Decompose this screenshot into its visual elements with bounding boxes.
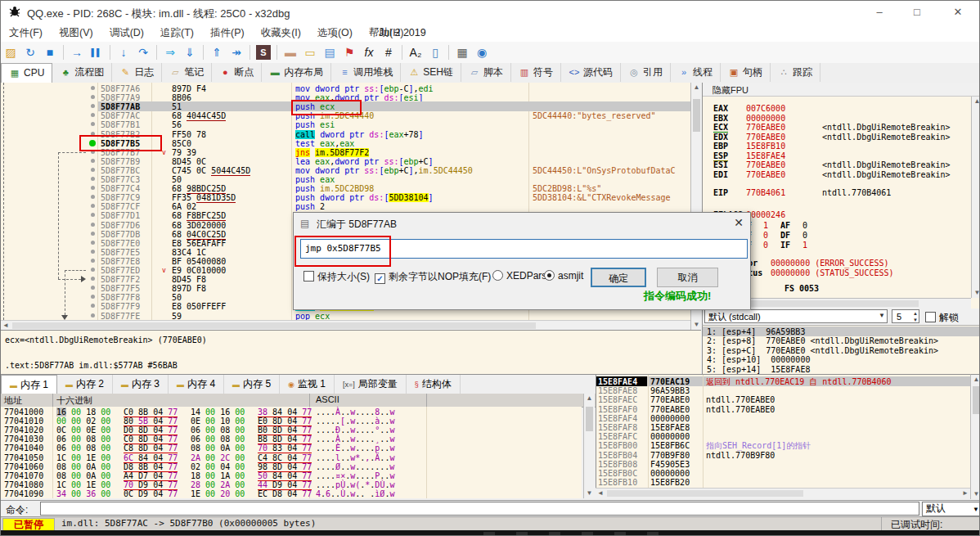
menu-收藏夹I[interactable]: 收藏夹(I)	[253, 24, 309, 43]
disasm-bytes[interactable]: 83C4 1C	[172, 248, 206, 257]
dump-hex-group[interactable]: EC D8 04 77	[258, 489, 312, 498]
menu-插件P[interactable]: 插件(P)	[202, 24, 253, 43]
tab-结构体[interactable]: §结构体	[407, 375, 461, 394]
instruction-dot[interactable]	[91, 268, 95, 272]
register-name[interactable]: EDI	[713, 170, 728, 179]
disasm-address[interactable]: 5D8F77F9	[101, 302, 140, 311]
disasm-instruction[interactable]: test eax,eax	[295, 139, 354, 148]
label-icon[interactable]: ▤	[321, 43, 339, 61]
modules-icon[interactable]: ▯	[426, 43, 444, 61]
instruction-dot[interactable]	[91, 313, 95, 318]
memory-vscrollbar[interactable]: ▲ ▼	[583, 394, 595, 498]
step-over-icon[interactable]: ↷	[134, 43, 152, 61]
disasm-address[interactable]: 5D8F77C4	[101, 184, 140, 193]
disasm-address[interactable]: 5D8F77ED	[101, 266, 140, 275]
col-ascii[interactable]: ASCII	[316, 394, 339, 404]
disasm-bytes[interactable]: E9 0C010000	[172, 266, 226, 275]
dump-hex-group[interactable]: 1C 00 1E 00	[56, 453, 110, 462]
dump-address[interactable]: 77041080	[4, 480, 43, 489]
scylla-icon[interactable]: S	[256, 45, 271, 60]
run-icon[interactable]: →	[68, 43, 86, 61]
flag-value[interactable]: 1	[802, 241, 807, 250]
disasm-bytes[interactable]: 51	[172, 102, 182, 111]
command-input[interactable]	[40, 502, 919, 516]
instruction-dot[interactable]	[91, 113, 95, 117]
argument-row[interactable]: 3: [esp+C] 770EABE0 <ntdll.DbgUiRemoteBr…	[707, 346, 938, 355]
register-value[interactable]: 770EABE0	[746, 123, 785, 132]
tab-内存 4[interactable]: ▬内存 4	[169, 375, 224, 394]
disasm-bytes[interactable]: 8D45 0C	[172, 157, 206, 166]
unlock-checkbox[interactable]	[925, 312, 936, 322]
disasm-bytes[interactable]: 56	[172, 120, 182, 129]
argument-row[interactable]: 5: [esp+14] 15E8FAE8	[707, 365, 810, 374]
disasm-instruction[interactable]: pop ecx	[295, 312, 330, 321]
disasm-address[interactable]: 5D8F77DB	[101, 230, 140, 239]
tab-SEH链[interactable]: ⚠SEH链	[401, 63, 461, 82]
dump-hex-group[interactable]: 08 00 0A 00	[56, 471, 110, 480]
register-name[interactable]: ESP	[713, 151, 728, 161]
tab-监视 1[interactable]: ◉监视 1	[280, 375, 335, 394]
menu-视图V[interactable]: 视图(V)	[51, 24, 101, 43]
stack-address[interactable]: 15E8FAFC	[598, 432, 637, 441]
tab-符号[interactable]: ▥符号	[511, 63, 561, 82]
disasm-address[interactable]: 5D8F77E8	[101, 257, 140, 266]
stack-value[interactable]: 96A59BB3	[650, 386, 690, 395]
stack-value[interactable]: 770B9F80	[650, 451, 690, 460]
run-to-user-icon[interactable]: ↠	[227, 43, 245, 61]
disasm-bytes[interactable]: 68 F8BFC25D	[172, 211, 226, 220]
hide-fpu-toggle[interactable]: 隐藏FPU	[703, 83, 980, 97]
dump-address[interactable]: 77041060	[4, 462, 43, 471]
stack-value[interactable]: 15E8FB6C	[650, 441, 690, 450]
stack-hscrollbar[interactable]: ◄ ►	[596, 488, 970, 499]
dump-hex-group[interactable]: 0C 00 0E 00	[56, 426, 110, 435]
nop-fill-checkbox[interactable]: ✓剩余字节以NOP填充(F)	[375, 270, 491, 284]
instruction-dot[interactable]	[91, 232, 95, 236]
disasm-address[interactable]: 5D8F77BC	[101, 166, 140, 175]
stack-value[interactable]: 770EABE0	[650, 395, 690, 404]
flag-value[interactable]: 1	[763, 221, 768, 230]
stack-value[interactable]: 15E8FB20	[650, 478, 690, 487]
disasm-bytes[interactable]: FF50 78	[172, 130, 206, 139]
dump-hex-group[interactable]: 2A 00 2C 00	[191, 453, 245, 462]
instruction-dot[interactable]	[91, 95, 95, 99]
disasm-instruction[interactable]: mov dword ptr ss:[ebp+C],im.5DC44450	[295, 166, 473, 175]
dump-ascii[interactable]: ....l..w*.,.Ä..w	[316, 453, 394, 462]
instruction-dot[interactable]	[91, 177, 95, 181]
animate-into-icon[interactable]: ⇒	[161, 43, 179, 61]
disasm-instruction[interactable]: push eax	[295, 175, 335, 184]
register-value[interactable]: 00000246	[746, 210, 785, 219]
register-name[interactable]: ESI	[713, 160, 728, 169]
restart-icon[interactable]: ↻	[21, 43, 39, 61]
step-out-icon[interactable]: ⇑	[208, 43, 226, 61]
tab-引用[interactable]: ◎引用	[621, 63, 671, 82]
stack-address[interactable]: 15E8FAF4	[598, 414, 637, 423]
scroll-up-icon[interactable]: ▲	[691, 83, 702, 92]
stack-value[interactable]: 00000000	[650, 469, 690, 478]
disasm-address[interactable]: 5D8F77A6	[101, 84, 140, 93]
arguments-pane[interactable]: 1: [esp+4] 96A59BB32: [esp+8] 770EABE0 <…	[702, 325, 980, 375]
dump-hex-group[interactable]: 28 00 2A 00	[191, 480, 245, 489]
dump-hex-group[interactable]: 08 00 0A 00	[191, 444, 245, 453]
dump-address[interactable]: 77041090	[4, 489, 43, 498]
flag-value[interactable]: 0	[802, 231, 807, 240]
disasm-instruction[interactable]: call dword ptr ds:[eax+78]	[295, 130, 424, 139]
disasm-address[interactable]: 5D8F77CF	[101, 202, 140, 211]
ok-button[interactable]: 确定	[591, 268, 646, 287]
menu-追踪T[interactable]: 追踪(T)	[152, 24, 202, 43]
disasm-address[interactable]: 5D8F77B1	[101, 120, 140, 129]
flag-value[interactable]: 0	[802, 221, 807, 230]
flag-name[interactable]: DF	[780, 231, 790, 240]
scroll-right-icon[interactable]: ►	[962, 489, 969, 498]
flag-value[interactable]: 0	[763, 231, 768, 240]
disasm-bytes[interactable]: E8 050FFEFF	[172, 302, 226, 311]
instruction-dot[interactable]	[91, 241, 95, 245]
dialog-title-bar[interactable]: ▤ 汇编于 5D8F77AB ✕	[294, 213, 750, 234]
disasm-bytes[interactable]: E8 56EAFAFF	[172, 239, 226, 248]
tab-内存布局[interactable]: ▬内存布局	[262, 63, 331, 82]
tab-日志[interactable]: ✎日志	[112, 63, 162, 82]
minimize-button[interactable]: –	[865, 1, 894, 24]
dump-ascii[interactable]: ....È..w....p..w	[316, 444, 394, 453]
close-button[interactable]: ✕	[942, 1, 974, 24]
disasm-bytes[interactable]: 50	[172, 175, 182, 184]
register-value[interactable]: 770EABE0	[746, 160, 785, 169]
